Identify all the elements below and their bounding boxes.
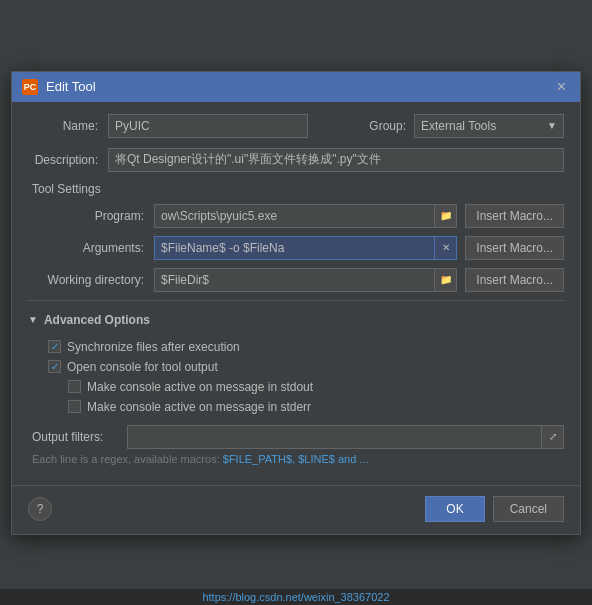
expand-icon: ✕ [442,242,450,253]
dialog-body: Name: Group: External Tools ▼ Descriptio… [12,102,580,477]
sync-files-row: Synchronize files after execution [28,337,564,357]
output-filters-input[interactable] [127,425,542,449]
ok-button[interactable]: OK [425,496,484,522]
description-input[interactable] [108,148,564,172]
working-dir-browse-button[interactable]: 📁 [435,268,457,292]
description-label: Description: [28,153,108,167]
active-stderr-row: Make console active on message in stderr [28,397,564,417]
working-dir-label: Working directory: [44,273,154,287]
tool-settings-section: Tool Settings Program: 📁 Insert Macro...… [28,182,564,292]
arguments-row: Arguments: ✕ Insert Macro... [28,236,564,260]
divider [28,300,564,301]
program-browse-button[interactable]: 📁 [435,204,457,228]
close-button[interactable]: × [553,79,570,95]
advanced-options-section: ▼ Advanced Options Synchronize files aft… [28,309,564,465]
advanced-options-title: Advanced Options [44,313,150,327]
url-bar: https://blog.csdn.net/weixin_38367022 [0,589,592,605]
arguments-label: Arguments: [44,241,154,255]
tool-settings-label: Tool Settings [28,182,564,196]
name-input[interactable] [108,114,308,138]
expand-arrows-icon: ⤢ [549,431,557,442]
open-console-label: Open console for tool output [67,360,218,374]
cancel-button[interactable]: Cancel [493,496,564,522]
open-console-row: Open console for tool output [28,357,564,377]
working-dir-input[interactable] [154,268,435,292]
working-dir-row: Working directory: 📁 Insert Macro... [28,268,564,292]
sync-files-checkbox[interactable] [48,340,61,353]
sync-files-label: Synchronize files after execution [67,340,240,354]
program-input[interactable] [154,204,435,228]
arguments-input[interactable] [154,236,435,260]
edit-tool-dialog: PC Edit Tool × Name: Group: External Too… [11,71,581,535]
dropdown-arrow-icon: ▼ [547,120,557,131]
collapse-icon: ▼ [28,314,38,325]
active-stderr-label: Make console active on message in stderr [87,400,311,414]
active-stderr-checkbox[interactable] [68,400,81,413]
hint-text: Each line is a regex, available macros: … [28,449,564,465]
hint-highlight: $FILE_PATH$, $LINE$ and ... [223,453,369,465]
dialog-footer: ? OK Cancel [12,485,580,534]
advanced-options-header[interactable]: ▼ Advanced Options [28,309,564,331]
group-value: External Tools [421,119,496,133]
folder-icon-2: 📁 [440,274,452,285]
program-label: Program: [44,209,154,223]
name-group-row: Name: Group: External Tools ▼ [28,114,564,138]
arguments-browse-button[interactable]: ✕ [435,236,457,260]
help-button[interactable]: ? [28,497,52,521]
active-stdout-label: Make console active on message in stdout [87,380,313,394]
working-dir-insert-macro-button[interactable]: Insert Macro... [465,268,564,292]
description-row: Description: [28,148,564,172]
folder-icon: 📁 [440,210,452,221]
arguments-insert-macro-button[interactable]: Insert Macro... [465,236,564,260]
program-insert-macro-button[interactable]: Insert Macro... [465,204,564,228]
title-bar: PC Edit Tool × [12,72,580,102]
dialog-title: Edit Tool [46,79,96,94]
active-stdout-row: Make console active on message in stdout [28,377,564,397]
open-console-checkbox[interactable] [48,360,61,373]
name-label: Name: [28,119,108,133]
active-stdout-checkbox[interactable] [68,380,81,393]
program-row: Program: 📁 Insert Macro... [28,204,564,228]
app-icon: PC [22,79,38,95]
group-dropdown[interactable]: External Tools ▼ [414,114,564,138]
output-filters-row: Output filters: ⤢ [28,425,564,449]
output-filters-label: Output filters: [32,430,127,444]
group-label: Group: [369,119,406,133]
output-filters-expand-button[interactable]: ⤢ [542,425,564,449]
